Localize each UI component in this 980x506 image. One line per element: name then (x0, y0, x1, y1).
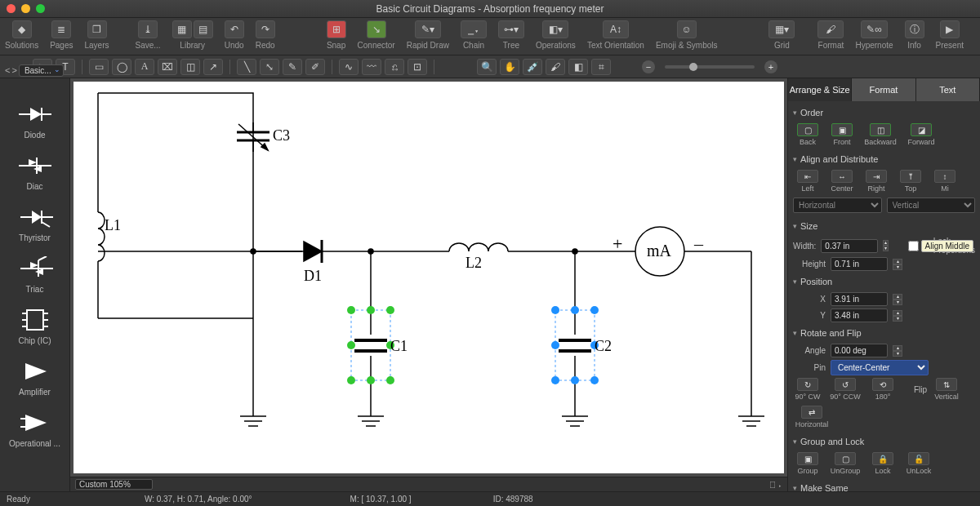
hand-tool[interactable]: ✋ (500, 59, 519, 75)
pen-tool[interactable]: ✎ (283, 59, 302, 75)
stencil-thyristor[interactable]: Thyristor (0, 199, 69, 251)
erase-tool[interactable]: ◧ (568, 59, 588, 75)
section-makesame[interactable]: Make Same (793, 480, 975, 491)
section-position[interactable]: Position (793, 273, 975, 290)
canvas[interactable]: L1 C3 D1 L2 C1 C2 mA + – (74, 82, 784, 473)
distribute-vertical[interactable]: Vertical (887, 198, 976, 213)
nav-forward[interactable]: > (11, 65, 16, 75)
polyline-tool[interactable]: ⎌ (385, 59, 404, 75)
order-backward[interactable]: ◫Backward (862, 123, 899, 146)
operations-button[interactable]: ◧▾ (542, 20, 568, 38)
library-picker[interactable]: Basic... (19, 64, 64, 77)
textbox-tool[interactable]: ⌧ (158, 59, 177, 75)
section-rotate[interactable]: Rotate and Flip (793, 325, 975, 341)
y-input[interactable] (831, 308, 888, 322)
undo-button[interactable]: ↶ (225, 20, 244, 38)
zoom-tool[interactable]: 🔍 (477, 59, 497, 75)
node-tool[interactable]: ⊡ (408, 59, 427, 75)
rotate-cw[interactable]: ↻90° CW (793, 378, 822, 401)
order-front[interactable]: ▣Front (827, 123, 857, 146)
zoom-select[interactable]: Custom 105% (75, 479, 153, 490)
arrow-tool[interactable]: ↗ (203, 59, 223, 75)
lock-button[interactable]: 🔒Lock (868, 452, 898, 475)
align-top[interactable]: ⤒Top (896, 170, 925, 193)
grid-button[interactable]: ▦▾ (768, 20, 795, 38)
rotate-180[interactable]: ⟲180° (868, 378, 898, 401)
section-align[interactable]: Align and Distribute (793, 151, 975, 167)
snap-button[interactable]: ⊞ (327, 20, 346, 38)
eyedropper-tool[interactable]: 💉 (523, 59, 542, 75)
connector-tool[interactable]: ⤡ (260, 59, 279, 75)
width-up[interactable]: ▴ (883, 240, 888, 246)
height-up[interactable]: ▴ (893, 259, 902, 264)
format-button[interactable]: 🖌 (817, 20, 844, 38)
x-input[interactable] (831, 292, 888, 306)
rotate-ccw[interactable]: ↺90° CCW (827, 378, 863, 401)
rect-tool[interactable]: ▭ (89, 59, 109, 75)
rapid-draw-button[interactable]: ✎▾ (415, 20, 441, 38)
redo-button[interactable]: ↷ (256, 20, 275, 38)
library-button[interactable]: ▦ (172, 20, 192, 38)
tab-arrange[interactable]: Arrange & Size (788, 78, 852, 101)
zoom-slider[interactable] (665, 65, 755, 69)
chain-button[interactable]: ⎯▾ (461, 20, 487, 38)
tab-format[interactable]: Format (852, 78, 915, 101)
ungroup-button[interactable]: ▢UnGroup (827, 452, 863, 475)
group-button[interactable]: ▣Group (793, 452, 822, 475)
height-input[interactable] (831, 257, 888, 271)
stencil-diode[interactable]: Diode (0, 96, 69, 148)
align-right[interactable]: ⇥Right (862, 170, 891, 193)
order-forward[interactable]: ◪Forward (904, 123, 938, 146)
label-C3: C3 (273, 127, 290, 144)
spline-tool[interactable]: 〰 (362, 59, 381, 75)
present-button[interactable]: ▶ (940, 20, 960, 38)
flip-horizontal[interactable]: ⇄Horizontal (793, 406, 831, 428)
solutions-button[interactable]: ◆ (12, 20, 32, 38)
pin-select[interactable]: Center-Center (831, 360, 929, 375)
align-center[interactable]: ↔Center (827, 170, 857, 193)
bezier-tool[interactable]: ∿ (339, 59, 359, 75)
stencil-amplifier[interactable]: Amplifier (0, 353, 69, 405)
save-button[interactable]: ⤓ (138, 20, 158, 38)
section-group[interactable]: Group and Lock (793, 433, 975, 450)
tab-text[interactable]: Text (916, 78, 980, 101)
align-left[interactable]: ⇤Left (793, 170, 822, 193)
height-label: Height (793, 260, 826, 269)
pages-button[interactable]: ≣ (51, 20, 71, 38)
connector-button[interactable]: ↘ (367, 20, 386, 38)
crop-tool[interactable]: ⌗ (591, 59, 611, 75)
height-down[interactable]: ▾ (893, 264, 902, 270)
section-size[interactable]: Size (793, 218, 975, 234)
stencil-thyristor-label: Thyristor (19, 233, 51, 242)
stencil-chip[interactable]: Chip (IC) (0, 302, 69, 353)
callout-tool[interactable]: ◫ (180, 59, 200, 75)
hypernote-button[interactable]: ✎∞ (861, 20, 888, 38)
line-tool[interactable]: ╲ (237, 59, 256, 75)
emoji-button[interactable]: ☺ (677, 20, 697, 38)
layers-button[interactable]: ❐ (87, 20, 107, 38)
order-back[interactable]: ▢Back (793, 123, 822, 146)
align-middle[interactable]: ↕Mi (930, 170, 960, 193)
angle-input[interactable] (831, 344, 888, 357)
text-orientation-button[interactable]: A↕ (603, 20, 629, 38)
width-input[interactable] (821, 239, 878, 253)
library-grid-button[interactable]: ▤ (194, 20, 213, 38)
stencil-opamp[interactable]: Operational ... (0, 405, 69, 456)
stencil-diac[interactable]: Diac (0, 148, 69, 199)
distribute-horizontal[interactable]: Horizontal (793, 198, 882, 213)
text-frame-tool[interactable]: A (135, 59, 154, 75)
unlock-button[interactable]: 🔓UnLock (902, 452, 935, 475)
flip-vertical[interactable]: ⇅Vertical (932, 378, 961, 401)
ellipse-tool[interactable]: ◯ (112, 59, 131, 75)
highlighter-tool[interactable]: ✐ (305, 59, 325, 75)
tree-button[interactable]: ⊶▾ (498, 20, 524, 38)
width-down[interactable]: ▾ (883, 246, 888, 251)
page-indicator-icon[interactable]: ⎕ ▸ (770, 480, 782, 489)
zoom-out-button[interactable]: − (642, 60, 655, 73)
zoom-in-button[interactable]: + (764, 60, 777, 73)
info-button[interactable]: ⓘ (905, 20, 924, 38)
paint-tool[interactable]: 🖌 (546, 59, 565, 75)
stencil-triac[interactable]: Triac (0, 251, 69, 302)
nav-back[interactable]: < (5, 65, 10, 75)
section-order[interactable]: Order (793, 104, 975, 121)
